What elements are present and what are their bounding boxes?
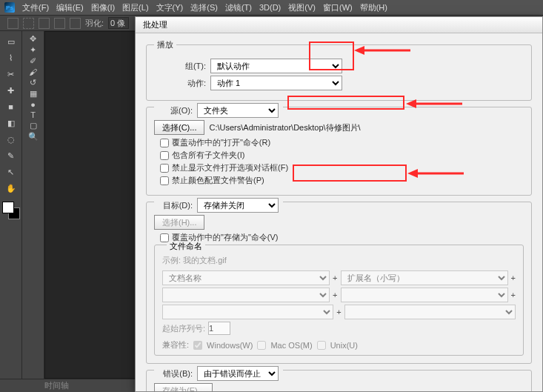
dest-choose-button: 选择(H)... — [154, 215, 204, 230]
plus-icon: + — [511, 290, 516, 299]
plus-icon: + — [336, 308, 341, 316]
dialog-titlebar: 批处理 — [136, 17, 542, 33]
menu-file[interactable]: 文件(F) — [22, 2, 49, 13]
feather-label: 羽化: — [85, 18, 104, 29]
eyedropper-tool-icon[interactable]: ✐ — [30, 56, 36, 66]
dialog-title: 批处理 — [143, 19, 167, 30]
errors-group: 错误(B): 由于错误而停止 存储为(E)... — [146, 370, 532, 391]
color-swatch[interactable] — [2, 202, 20, 219]
naming-field-3[interactable] — [162, 288, 330, 302]
brush-tool-icon[interactable]: 🖌 — [29, 67, 37, 76]
naming-example: 示例: 我的文档.gif — [162, 255, 516, 266]
menu-edit[interactable]: 编辑(E) — [56, 2, 84, 13]
errors-select[interactable]: 由于错误而停止 — [197, 366, 279, 381]
menu-layer[interactable]: 图层(L) — [122, 2, 148, 13]
destination-group: 目标(D): 存储并关闭 选择(H)... 覆盖动作中的"存储为"命令(V) 文… — [146, 202, 532, 364]
suppress-color-warnings-checkbox[interactable]: 禁止颜色配置文件警告(P) — [160, 175, 524, 186]
feather-input[interactable] — [108, 17, 129, 29]
override-save-checkbox[interactable]: 覆盖动作中的"存储为"命令(V) — [160, 232, 524, 243]
plus-icon: + — [511, 273, 516, 282]
menu-view[interactable]: 视图(V) — [288, 2, 316, 13]
tools-panel-left: ▭ ⌇ ✂ ✚ ■ ◧ ◌ ✎ ↖ ✋ — [0, 31, 22, 379]
menu-window[interactable]: 窗口(W) — [323, 2, 353, 13]
file-naming-group: 文件命名 示例: 我的文档.gif 文档名称 + 扩展名（小写） + + + + — [154, 245, 524, 356]
hand-tool-icon[interactable]: ✋ — [3, 181, 19, 196]
compat-label: 兼容性: — [162, 339, 189, 351]
menu-image[interactable]: 图像(I) — [91, 2, 115, 13]
path-tool-icon[interactable]: ↖ — [3, 165, 19, 179]
wand-tool-icon[interactable]: ✦ — [30, 45, 36, 55]
play-legend: 播放 — [154, 39, 176, 50]
gradient-tool-icon[interactable]: ▦ — [30, 89, 37, 99]
fg-color-icon[interactable] — [2, 202, 14, 213]
app-menubar: Ps 文件(F) 编辑(E) 图像(I) 图层(L) 文字(Y) 选择(S) 滤… — [0, 0, 543, 15]
type-tool-icon[interactable]: T — [30, 110, 36, 119]
lasso-tool-icon[interactable]: ⌇ — [3, 50, 19, 65]
override-open-checkbox[interactable]: 覆盖动作中的"打开"命令(R) — [160, 137, 524, 148]
stamp-tool-icon[interactable]: ■ — [3, 99, 19, 114]
naming-field-5[interactable] — [162, 305, 333, 319]
zoom-tool-icon[interactable]: 🔍 — [28, 132, 39, 142]
move-tool-icon[interactable]: ✥ — [30, 34, 36, 44]
naming-legend: 文件命名 — [167, 241, 205, 252]
menu-type[interactable]: 文字(Y) — [156, 2, 184, 13]
dest-select[interactable]: 存储并关闭 — [197, 198, 279, 213]
batch-dialog: 批处理 播放 组(T): 默认动作 动作: 动作 1 源(O): 文件夹 选择(… — [135, 16, 543, 392]
shape-tool-icon[interactable]: ▢ — [30, 121, 37, 130]
naming-field-6[interactable] — [344, 305, 516, 319]
naming-field-4[interactable] — [341, 288, 508, 302]
menu-filter[interactable]: 滤镜(T) — [225, 2, 252, 13]
pen-tool-icon[interactable]: ✎ — [3, 148, 19, 163]
suppress-open-options-checkbox[interactable]: 禁止显示文件打开选项对话框(F) — [160, 162, 524, 173]
naming-field-1[interactable]: 文档名称 — [162, 270, 330, 285]
plus-icon: + — [333, 290, 337, 299]
source-path: C:\Users\Administrator\Desktop\待修图片\ — [209, 122, 360, 133]
source-choose-button[interactable]: 选择(C)... — [154, 120, 204, 135]
source-select[interactable]: 文件夹 — [197, 103, 279, 118]
errors-label: 错误(B): — [154, 368, 193, 379]
compatibility-row: 兼容性: Windows(W) Mac OS(M) Unix(U) — [162, 339, 516, 351]
set-label: 组(T): — [154, 61, 206, 72]
tools-panel-right: ✥ ✦ ✐ 🖌 ↺ ▦ ● T ▢ 🔍 — [22, 31, 44, 379]
menu-help[interactable]: 帮助(H) — [360, 2, 387, 13]
marquee-tool-icon[interactable]: ▭ — [3, 34, 19, 49]
blur-tool-icon[interactable]: ◌ — [3, 132, 19, 147]
naming-field-2[interactable]: 扩展名（小写） — [341, 270, 508, 285]
include-subfolders-checkbox[interactable]: 包含所有子文件夹(I) — [160, 150, 524, 161]
selection-subtract-icon[interactable] — [54, 18, 65, 29]
crop-tool-icon[interactable]: ✂ — [3, 67, 19, 82]
marquee-tool-icon[interactable] — [7, 18, 19, 29]
compat-windows-checkbox — [193, 341, 202, 350]
play-group: 播放 组(T): 默认动作 动作: 动作 1 — [146, 39, 532, 101]
selection-add-icon[interactable] — [39, 18, 50, 29]
save-errors-button: 存储为(E)... — [154, 383, 213, 391]
action-label: 动作: — [154, 78, 206, 89]
source-group: 源(O): 文件夹 选择(C)... C:\Users\Administrato… — [146, 107, 532, 196]
set-select[interactable]: 默认动作 — [210, 59, 342, 73]
menu-3d[interactable]: 3D(D) — [259, 3, 281, 12]
compat-mac-checkbox — [257, 341, 266, 350]
source-label: 源(O): — [154, 105, 193, 116]
selection-intersect-icon[interactable] — [70, 18, 81, 29]
ps-logo-icon: Ps — [4, 2, 15, 13]
menu-select[interactable]: 选择(S) — [190, 2, 218, 13]
status-text: 时间轴 — [44, 380, 69, 391]
selection-new-icon[interactable] — [23, 18, 34, 29]
serial-input — [208, 322, 230, 335]
dest-label: 目标(D): — [154, 200, 193, 211]
plus-icon: + — [333, 273, 337, 282]
serial-label: 起始序列号: — [162, 323, 205, 334]
dodge-tool-icon[interactable]: ● — [30, 100, 36, 109]
history-brush-icon[interactable]: ↺ — [30, 78, 36, 87]
compat-unix-checkbox — [317, 341, 326, 350]
eraser-tool-icon[interactable]: ◧ — [3, 116, 19, 130]
action-select[interactable]: 动作 1 — [210, 76, 342, 90]
healing-tool-icon[interactable]: ✚ — [3, 83, 19, 98]
